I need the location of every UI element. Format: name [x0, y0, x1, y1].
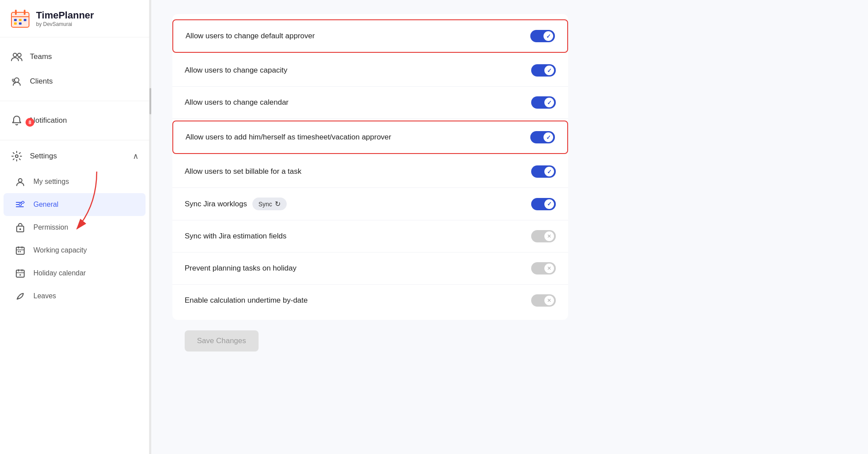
svg-point-14: [15, 155, 18, 157]
sync-button[interactable]: Sync ↻: [252, 198, 287, 210]
svg-point-22: [19, 228, 21, 230]
svg-rect-2: [15, 10, 17, 15]
svg-rect-24: [16, 247, 24, 254]
notification-icon: 8: [11, 114, 23, 127]
setting-row-set-billable: Allow users to set billable for a task: [172, 156, 568, 188]
logo-text: TimePlanner by DevSamurai: [36, 10, 94, 27]
setting-row-prevent-holiday: Prevent planning tasks on holiday: [172, 253, 568, 285]
svg-rect-32: [22, 269, 22, 271]
app-title: TimePlanner: [36, 10, 94, 21]
svg-rect-8: [14, 22, 17, 25]
setting-label-jira-estimation: Sync with Jira estimation fields: [185, 232, 286, 241]
setting-label-change-capacity: Allow users to change capacity: [185, 66, 287, 75]
toggle-calculation-undertime[interactable]: [531, 294, 556, 307]
teams-label: Teams: [30, 52, 52, 61]
svg-rect-26: [22, 246, 22, 249]
sidebar-item-notification[interactable]: 8 Notification: [0, 108, 149, 133]
svg-rect-6: [19, 19, 22, 21]
svg-rect-5: [14, 19, 17, 21]
setting-label-prevent-holiday: Prevent planning tasks on holiday: [185, 264, 296, 273]
notification-section: 8 Notification: [0, 101, 149, 140]
main-content: Allow users to change default approverAl…: [151, 0, 868, 454]
sidebar-item-permission[interactable]: Permission: [0, 216, 149, 239]
svg-rect-9: [19, 22, 22, 25]
svg-rect-25: [18, 246, 19, 249]
svg-point-28: [18, 251, 19, 253]
leaves-icon: [14, 290, 26, 302]
permission-label: Permission: [33, 223, 68, 231]
sidebar-item-working-capacity[interactable]: Working capacity: [0, 239, 149, 262]
general-icon: [14, 198, 26, 211]
settings-section: Settings ∧ My settings: [0, 140, 149, 313]
app-logo-icon: [11, 9, 30, 28]
svg-point-15: [18, 179, 22, 182]
setting-row-change-capacity: Allow users to change capacity: [172, 55, 568, 87]
clients-label: Clients: [30, 77, 53, 86]
clients-icon: [11, 75, 23, 88]
holiday-icon: [14, 267, 26, 279]
my-settings-label: My settings: [33, 178, 69, 186]
working-capacity-icon: [14, 244, 26, 256]
teams-icon: [11, 51, 23, 63]
sidebar-item-clients[interactable]: Clients: [0, 69, 149, 94]
permission-icon: [14, 221, 26, 234]
setting-row-calculation-undertime: Enable calculation undertime by-date: [172, 285, 568, 316]
svg-rect-7: [24, 19, 26, 21]
svg-rect-3: [24, 10, 26, 15]
notification-label: Notification: [30, 116, 67, 125]
sidebar-item-leaves[interactable]: Leaves: [0, 285, 149, 308]
my-settings-icon: [14, 176, 26, 188]
sidebar-item-my-settings[interactable]: My settings: [0, 170, 149, 193]
setting-row-jira-estimation: Sync with Jira estimation fields: [172, 220, 568, 253]
holiday-calendar-label: Holiday calendar: [33, 269, 86, 277]
setting-row-change-approver: Allow users to change default approver: [172, 19, 568, 53]
scrollbar-thumb[interactable]: [150, 88, 151, 114]
toggle-set-billable[interactable]: [531, 165, 556, 178]
setting-label-add-approver: Allow users to add him/herself as timesh…: [186, 133, 391, 142]
app-subtitle: by DevSamurai: [36, 21, 94, 27]
settings-list: Allow users to change default approverAl…: [172, 14, 568, 320]
sidebar: TimePlanner by DevSamurai Teams: [0, 0, 150, 454]
svg-point-11: [18, 53, 21, 57]
scrollbar-divider: [150, 0, 151, 454]
setting-row-add-approver: Allow users to add him/herself as timesh…: [172, 121, 568, 154]
settings-header[interactable]: Settings ∧: [0, 144, 149, 168]
logo-area: TimePlanner by DevSamurai: [0, 0, 149, 37]
setting-row-sync-jira: Sync Jira worklogsSync ↻: [172, 188, 568, 220]
notification-badge: 8: [26, 118, 34, 127]
settings-sub-menu: My settings General: [0, 168, 149, 309]
svg-point-29: [20, 251, 21, 253]
setting-label-change-calendar: Allow users to change calendar: [185, 98, 288, 107]
main-nav: Teams Clients: [0, 37, 149, 101]
settings-label: Settings: [30, 152, 57, 161]
sidebar-item-teams[interactable]: Teams: [0, 44, 149, 69]
working-capacity-label: Working capacity: [33, 246, 87, 254]
chevron-up-icon: ∧: [133, 151, 139, 161]
toggle-prevent-holiday[interactable]: [531, 262, 556, 275]
toggle-change-calendar[interactable]: [531, 96, 556, 109]
setting-label-change-approver: Allow users to change default approver: [186, 32, 315, 40]
setting-row-change-calendar: Allow users to change calendar: [172, 87, 568, 119]
setting-label-sync-jira: Sync Jira worklogsSync ↻: [185, 198, 287, 210]
leaves-label: Leaves: [33, 292, 56, 300]
svg-rect-31: [18, 269, 19, 271]
save-changes-button[interactable]: Save Changes: [185, 330, 259, 351]
toggle-change-approver[interactable]: [530, 30, 555, 42]
svg-point-12: [15, 78, 19, 82]
toggle-jira-estimation[interactable]: [531, 230, 556, 242]
svg-point-10: [13, 53, 17, 57]
sidebar-item-general[interactable]: General: [4, 193, 146, 216]
setting-label-set-billable: Allow users to set billable for a task: [185, 167, 302, 176]
svg-point-19: [22, 201, 24, 204]
svg-point-20: [19, 204, 22, 206]
settings-icon: [11, 150, 23, 162]
toggle-sync-jira[interactable]: [531, 198, 556, 210]
setting-label-calculation-undertime: Enable calculation undertime by-date: [185, 296, 308, 305]
toggle-add-approver[interactable]: [530, 131, 555, 143]
sidebar-item-holiday-calendar[interactable]: Holiday calendar: [0, 262, 149, 285]
general-label: General: [33, 201, 58, 209]
toggle-change-capacity[interactable]: [531, 64, 556, 77]
